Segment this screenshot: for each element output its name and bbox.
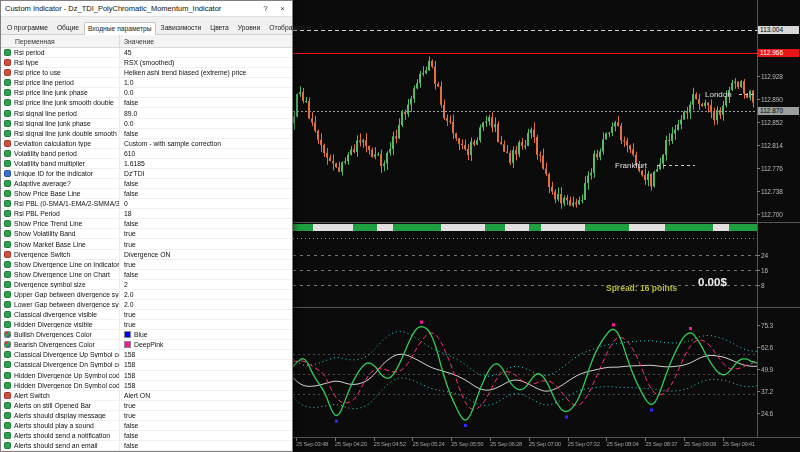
- table-row[interactable]: Rsi price line junk phase0.0: [1, 88, 292, 98]
- table-row[interactable]: Show Divergence Line on Chartfalse: [1, 270, 292, 280]
- param-value[interactable]: 2: [119, 280, 292, 289]
- param-value[interactable]: true: [119, 260, 292, 269]
- table-row[interactable]: Show Volatility Bandtrue: [1, 229, 292, 239]
- dialog-titlebar[interactable]: Custom Indicator - Dz_TDI_PolyChromatic_…: [1, 1, 292, 17]
- tab-2[interactable]: Входные параметры: [84, 22, 156, 35]
- tab-5[interactable]: Уровни: [234, 21, 264, 34]
- table-row[interactable]: Lower Gap between divergence symb...2.0: [1, 300, 292, 310]
- param-value-text: true: [124, 402, 136, 409]
- table-row[interactable]: Show Divergence Line on Indicator Wi...t…: [1, 260, 292, 270]
- table-row[interactable]: Show Price Base Linefalse: [1, 189, 292, 199]
- param-value[interactable]: 89.0: [119, 108, 292, 117]
- table-row[interactable]: Rsi typeRSX (smoothed): [1, 58, 292, 68]
- param-value[interactable]: Divergence ON: [119, 250, 292, 259]
- table-row[interactable]: Rsi signal line junk phase0.0: [1, 119, 292, 129]
- price-chart-canvas[interactable]: [293, 0, 800, 452]
- table-row[interactable]: Rsi period45: [1, 48, 292, 58]
- table-row[interactable]: Classical Divergence Up Symbol code158: [1, 350, 292, 360]
- table-row[interactable]: Deviation calculation typeCustom - with …: [1, 139, 292, 149]
- tab-0[interactable]: О программе: [3, 21, 52, 34]
- tab-1[interactable]: Общие: [53, 21, 83, 34]
- param-value[interactable]: true: [119, 229, 292, 238]
- table-row[interactable]: Rsi price to useHeiken ashi trend biased…: [1, 68, 292, 78]
- table-row[interactable]: Divergence SwitchDivergence ON: [1, 250, 292, 260]
- table-row[interactable]: Rsi signal line period89.0: [1, 108, 292, 118]
- param-value-text: 1.6185: [124, 160, 145, 167]
- param-value[interactable]: DeepPink: [119, 340, 292, 349]
- table-row[interactable]: Alerts should play a soundfalse: [1, 421, 292, 431]
- param-value[interactable]: 0.0: [119, 88, 292, 97]
- param-value[interactable]: true: [119, 401, 292, 410]
- close-button[interactable]: ×: [274, 2, 291, 16]
- param-value[interactable]: true: [119, 310, 292, 319]
- time-axis-label: 25 Sep 07:00: [529, 441, 561, 447]
- param-value[interactable]: Custom - with sample correction: [119, 139, 292, 148]
- int-param-icon: [4, 281, 11, 288]
- param-value[interactable]: 158: [119, 350, 292, 359]
- tab-4[interactable]: Цвета: [206, 21, 233, 34]
- table-row[interactable]: Classical Divergence Dn Symbol code158: [1, 360, 292, 370]
- param-value[interactable]: false: [119, 219, 292, 228]
- table-row[interactable]: Classical divergence visibletrue: [1, 310, 292, 320]
- param-value[interactable]: true: [119, 320, 292, 329]
- param-value[interactable]: 158: [119, 360, 292, 369]
- table-row[interactable]: Upper Gap between divergence symb...2.0: [1, 290, 292, 300]
- table-row[interactable]: Bearish Divergences ColorDeepPink: [1, 340, 292, 350]
- param-value-text: false: [124, 220, 138, 227]
- param-value[interactable]: Alert ON: [119, 391, 292, 400]
- param-value[interactable]: 0.0: [119, 119, 292, 128]
- table-row[interactable]: Volatility band period610: [1, 149, 292, 159]
- param-value[interactable]: 158: [119, 371, 292, 380]
- param-name: Rsi price line period: [14, 79, 119, 86]
- table-row[interactable]: Alerts should send an emailfalse: [1, 441, 292, 451]
- table-row[interactable]: Divergence symbol size2: [1, 280, 292, 290]
- param-value[interactable]: 158: [119, 381, 292, 390]
- param-value[interactable]: RSX (smoothed): [119, 58, 292, 67]
- param-value[interactable]: false: [119, 189, 292, 198]
- table-row[interactable]: Hidden Divergence visibletrue: [1, 320, 292, 330]
- param-value[interactable]: false: [119, 129, 292, 138]
- param-value[interactable]: true: [119, 239, 292, 248]
- tab-6[interactable]: Отображение: [265, 21, 316, 34]
- table-row[interactable]: Hidden Divergence Dn Symbol code158: [1, 381, 292, 391]
- table-row[interactable]: Bullish Divergences ColorBlue: [1, 330, 292, 340]
- param-value[interactable]: 0: [119, 199, 292, 208]
- param-value[interactable]: 45: [119, 48, 292, 57]
- param-value[interactable]: Dz'TDI: [119, 169, 292, 178]
- table-row[interactable]: Rsi PBL (0-SMA/1-EMA/2-SMMA/3-L...0: [1, 199, 292, 209]
- param-value[interactable]: false: [119, 421, 292, 430]
- table-row[interactable]: Alerts on still Opened Bartrue: [1, 401, 292, 411]
- param-value[interactable]: 1.0: [119, 78, 292, 87]
- param-value[interactable]: 18: [119, 209, 292, 218]
- mid-axis-label: 8: [761, 282, 764, 289]
- param-value[interactable]: false: [119, 179, 292, 188]
- table-row[interactable]: Hidden Divergence Up Symbol code158: [1, 371, 292, 381]
- table-row[interactable]: Unique ID for the indicatorDz'TDI: [1, 169, 292, 179]
- table-row[interactable]: Alert SwitchAlert ON: [1, 391, 292, 401]
- table-row[interactable]: Rsi price line period1.0: [1, 78, 292, 88]
- param-value[interactable]: false: [119, 441, 292, 450]
- table-row[interactable]: Rsi PBL Period18: [1, 209, 292, 219]
- table-row[interactable]: Show Price Trend Linefalse: [1, 219, 292, 229]
- table-row[interactable]: Rsi signal line junk double smoothfalse: [1, 129, 292, 139]
- param-value[interactable]: false: [119, 98, 292, 107]
- param-value[interactable]: 610: [119, 149, 292, 158]
- param-value[interactable]: Heiken ashi trend biased (extreme) price: [119, 68, 292, 77]
- mt4-application: London Frankfurt 113.004 112.966 112.870…: [0, 0, 800, 452]
- tab-3[interactable]: Зависимости: [157, 21, 206, 34]
- table-row[interactable]: Alerts should display messagetrue: [1, 411, 292, 421]
- table-row[interactable]: Alerts should send a notificationfalse: [1, 431, 292, 441]
- param-value[interactable]: false: [119, 270, 292, 279]
- param-value[interactable]: 1.6185: [119, 159, 292, 168]
- table-row[interactable]: Show Market Base Linetrue: [1, 239, 292, 249]
- param-value[interactable]: 2.0: [119, 290, 292, 299]
- param-value[interactable]: 2.0: [119, 300, 292, 309]
- table-row[interactable]: Rsi price line junk smooth doublefalse: [1, 98, 292, 108]
- param-value[interactable]: true: [119, 411, 292, 420]
- param-value[interactable]: false: [119, 431, 292, 440]
- help-button[interactable]: ?: [257, 2, 274, 16]
- table-row[interactable]: Volatility band multiplier1.6185: [1, 159, 292, 169]
- table-row[interactable]: Adaptive average?false: [1, 179, 292, 189]
- param-name: Show Volatility Band: [14, 230, 119, 237]
- param-value[interactable]: Blue: [119, 330, 292, 339]
